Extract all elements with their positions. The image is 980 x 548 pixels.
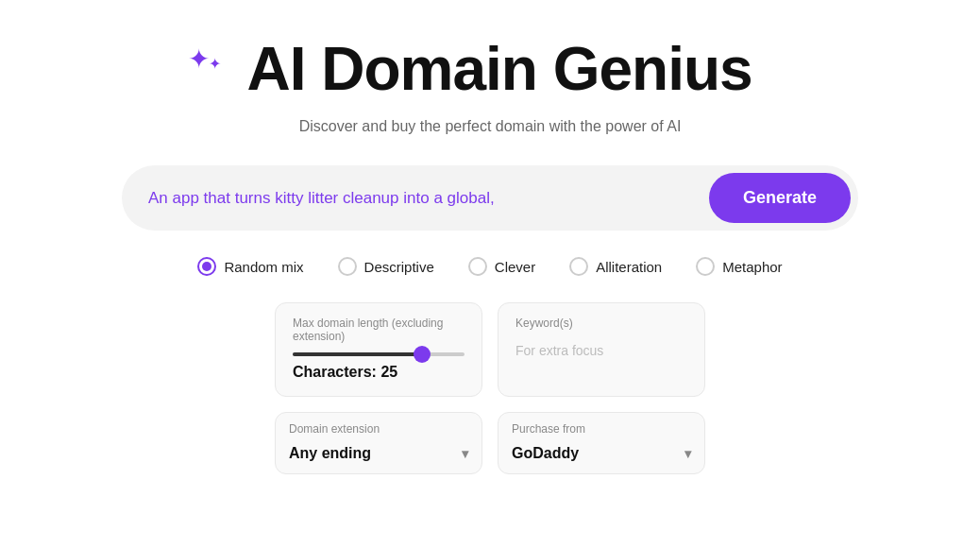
radio-label-alliteration: Alliteration <box>596 259 662 275</box>
radio-option-alliteration[interactable]: Alliteration <box>569 257 662 276</box>
page-subtitle: Discover and buy the perfect domain with… <box>228 118 752 135</box>
search-input[interactable] <box>148 189 709 208</box>
radio-option-metaphor[interactable]: Metaphor <box>696 257 782 276</box>
radio-label-clever: Clever <box>495 259 535 275</box>
radio-circle-clever <box>468 257 487 276</box>
title-wrapper: ✦ ✦ AI Domain Genius <box>228 38 752 101</box>
radio-circle-alliteration <box>569 257 588 276</box>
radio-circle-descriptive <box>338 257 357 276</box>
page-title: AI Domain Genius <box>246 38 752 101</box>
sparkle-large-icon: ✦ <box>188 43 210 75</box>
purchase-from-card: Purchase from GoDaddy ▾ <box>498 412 705 474</box>
radio-option-descriptive[interactable]: Descriptive <box>338 257 434 276</box>
radio-option-clever[interactable]: Clever <box>468 257 535 276</box>
domain-length-card: Max domain length (excluding extension) … <box>275 302 482 397</box>
domain-extension-label: Domain extension <box>289 422 468 436</box>
radio-circle-metaphor <box>696 257 715 276</box>
slider-fill <box>293 352 422 356</box>
domain-extension-card: Domain extension Any ending ▾ <box>275 412 482 474</box>
style-radio-group: Random mix Descriptive Clever Alliterati… <box>197 257 782 276</box>
purchase-from-dropdown[interactable]: GoDaddy ▾ <box>512 445 691 462</box>
radio-label-metaphor: Metaphor <box>722 259 782 275</box>
header-section: ✦ ✦ AI Domain Genius Discover and buy th… <box>228 38 752 135</box>
chevron-down-icon: ▾ <box>462 446 468 461</box>
domain-extension-dropdown[interactable]: Any ending ▾ <box>289 445 468 462</box>
controls-row-2: Domain extension Any ending ▾ Purchase f… <box>275 412 705 474</box>
radio-label-descriptive: Descriptive <box>364 259 434 275</box>
radio-circle-random-mix <box>197 257 216 276</box>
domain-length-label: Max domain length (excluding extension) <box>293 317 465 343</box>
radio-option-random-mix[interactable]: Random mix <box>197 257 303 276</box>
purchase-from-label: Purchase from <box>512 422 691 436</box>
purchase-from-value: GoDaddy <box>512 445 579 462</box>
chevron-down-icon-2: ▾ <box>684 446 691 461</box>
keywords-label: Keyword(s) <box>515 317 687 330</box>
slider-value: Characters: 25 <box>293 364 465 381</box>
slider-thumb[interactable] <box>414 346 431 363</box>
generate-button[interactable]: Generate <box>709 173 851 223</box>
keywords-card: Keyword(s) For extra focus <box>498 302 705 397</box>
search-bar: Generate <box>122 165 858 231</box>
slider-container <box>293 352 465 356</box>
domain-extension-value: Any ending <box>289 445 371 462</box>
slider-track <box>293 352 465 356</box>
keywords-placeholder[interactable]: For extra focus <box>515 339 687 362</box>
sparkle-small-icon: ✦ <box>209 55 221 73</box>
controls-row-1: Max domain length (excluding extension) … <box>275 302 705 397</box>
radio-label-random-mix: Random mix <box>224 259 303 275</box>
